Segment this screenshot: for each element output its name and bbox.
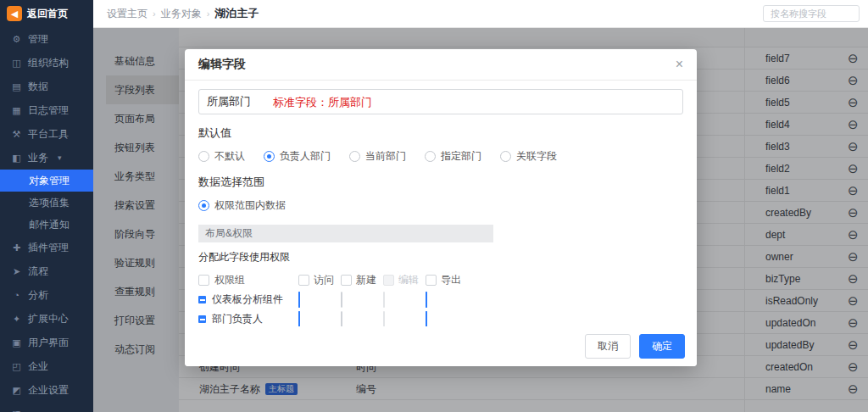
permission-checkbox[interactable]: [341, 311, 342, 327]
radio-label: 指定部门: [441, 149, 481, 164]
permission-row-label: 部门负责人: [198, 312, 298, 326]
radio-option[interactable]: 权限范围内数据: [198, 198, 286, 213]
sidebar-item-label: 用户界面: [28, 336, 69, 350]
radio-label: 关联字段: [516, 149, 557, 164]
permission-group-name: 部门负责人: [212, 312, 263, 326]
ui-icon: ▣: [11, 337, 22, 348]
row-selected-checkbox[interactable]: [198, 296, 206, 303]
permission-checkbox: [383, 292, 385, 308]
radio-option[interactable]: 不默认: [198, 149, 245, 164]
sidebar-item-label: 平台工具: [28, 127, 69, 142]
modal-title: 编辑字段: [198, 57, 246, 72]
permission-column-header: 编辑: [383, 273, 426, 287]
sidebar-item[interactable]: ▦日志管理: [0, 98, 93, 122]
back-to-home[interactable]: ◀ 返回首页: [0, 0, 93, 27]
extension-icon: ✦: [11, 314, 22, 325]
radio-option[interactable]: 关联字段: [500, 149, 557, 164]
permission-cell: [298, 312, 341, 327]
permission-checkbox[interactable]: [341, 292, 342, 308]
radio-label: 不默认: [214, 149, 245, 164]
field-name-input[interactable]: [198, 89, 683, 114]
modal-body: 标准字段：所属部门 默认值 不默认负责人部门当前部门指定部门关联字段 数据选择范…: [185, 81, 697, 368]
analytics-icon: ◔: [11, 290, 22, 300]
permission-cell: [426, 312, 468, 327]
sidebar-menu: ⚙管理◫组织结构▤数据▦日志管理⚒平台工具◧业务▾对象管理选项值集邮件通知✚插件…: [0, 27, 93, 412]
cancel-button[interactable]: 取消: [585, 334, 631, 359]
sidebar-item[interactable]: ▤数据: [0, 75, 93, 98]
sidebar-item-label: 分析: [28, 288, 48, 303]
permission-checkbox[interactable]: [298, 292, 300, 308]
sidebar-item-label: 组织结构: [28, 56, 69, 70]
row-selected-checkbox[interactable]: [198, 315, 206, 323]
column-label: 访问: [314, 273, 334, 287]
radio-dot-icon: [500, 151, 511, 162]
plugin-icon: ✚: [11, 242, 22, 253]
column-label: 导出: [441, 273, 461, 287]
main-sidebar: ◀ 返回首页 ⚙管理◫组织结构▤数据▦日志管理⚒平台工具◧业务▾对象管理选项值集…: [0, 0, 93, 412]
column-label: 新建: [356, 273, 376, 287]
sidebar-item-label: 管理: [28, 32, 48, 47]
flow-icon: ➤: [11, 266, 22, 277]
radio-option[interactable]: 当前部门: [349, 149, 406, 164]
sidebar-item[interactable]: ◧业务▾: [0, 146, 93, 170]
modal-footer: 取消 确定: [185, 326, 697, 366]
sidebar-item[interactable]: ✦扩展中心: [0, 307, 93, 331]
permission-row-label: 仪表板分析组件: [198, 292, 298, 307]
sidebar-item-label: 企业设置: [28, 383, 69, 398]
field-search-input[interactable]: [763, 5, 860, 22]
column-select-checkbox[interactable]: [298, 275, 309, 286]
data-scope-options: 权限范围内数据: [198, 198, 683, 213]
top-header: 设置主页 › 业务对象 › 湖泊主子: [93, 0, 868, 28]
sidebar-item[interactable]: ◨: [0, 402, 93, 412]
permission-cell: [298, 292, 341, 308]
business-icon: ◧: [11, 153, 22, 164]
field-name-wrap: 标准字段：所属部门: [198, 89, 683, 114]
breadcrumb-business-objects[interactable]: 业务对象: [161, 7, 202, 21]
breadcrumb-separator-icon: ›: [153, 8, 156, 19]
data-scope-label: 数据选择范围: [198, 175, 683, 190]
permission-column-header: 新建: [341, 273, 383, 287]
permission-checkbox[interactable]: [426, 292, 427, 308]
sidebar-item[interactable]: ⚒平台工具: [0, 122, 93, 146]
sidebar-item[interactable]: ◩企业设置: [0, 378, 93, 402]
column-select-checkbox[interactable]: [341, 275, 352, 286]
permission-group-column: 权限组: [198, 273, 298, 287]
sidebar-item-label: 日志管理: [28, 103, 69, 118]
sidebar-item-label: 数据: [28, 80, 48, 94]
permission-cell: [383, 312, 426, 327]
sidebar-item[interactable]: ◫组织结构: [0, 51, 93, 75]
close-icon[interactable]: ×: [676, 58, 683, 71]
select-all-groups-checkbox[interactable]: [198, 275, 209, 286]
radio-dot-icon: [425, 151, 436, 162]
sidebar-item[interactable]: ➤流程: [0, 259, 93, 283]
permission-checkbox: [383, 311, 385, 327]
sidebar-submenu-item[interactable]: 选项值集: [0, 192, 93, 214]
sidebar-item-label: 企业: [28, 359, 48, 374]
column-label: 编辑: [398, 273, 419, 287]
sidebar-item-label: 业务: [28, 151, 48, 165]
sidebar-item[interactable]: ◰企业: [0, 354, 93, 378]
permission-checkbox[interactable]: [426, 311, 427, 327]
sidebar-item[interactable]: ◔分析: [0, 283, 93, 307]
radio-label: 负责人部门: [280, 149, 331, 164]
breadcrumb-separator-icon: ›: [207, 8, 210, 19]
modal-header: 编辑字段 ×: [185, 49, 697, 81]
confirm-button[interactable]: 确定: [639, 334, 685, 359]
permission-checkbox[interactable]: [298, 311, 300, 327]
column-select-checkbox[interactable]: [426, 275, 437, 286]
default-value-label: 默认值: [198, 125, 683, 141]
layout-permission-bar: 布局&权限: [198, 225, 493, 242]
platform-tools-icon: ⚒: [11, 129, 22, 140]
radio-dot-icon: [198, 151, 209, 162]
permission-table-header: 权限组 访问新建编辑导出: [198, 270, 493, 290]
radio-label: 权限范围内数据: [214, 198, 286, 213]
permission-group-name: 仪表板分析组件: [212, 292, 283, 307]
sidebar-item[interactable]: ⚙管理: [0, 27, 93, 51]
breadcrumb-settings-home[interactable]: 设置主页: [107, 7, 147, 21]
radio-option[interactable]: 指定部门: [425, 149, 481, 164]
sidebar-submenu-item[interactable]: 对象管理: [0, 170, 93, 192]
sidebar-item[interactable]: ▣用户界面: [0, 331, 93, 354]
sidebar-submenu-item[interactable]: 邮件通知: [0, 214, 93, 236]
radio-option[interactable]: 负责人部门: [264, 149, 331, 164]
sidebar-item[interactable]: ✚插件管理: [0, 236, 93, 259]
